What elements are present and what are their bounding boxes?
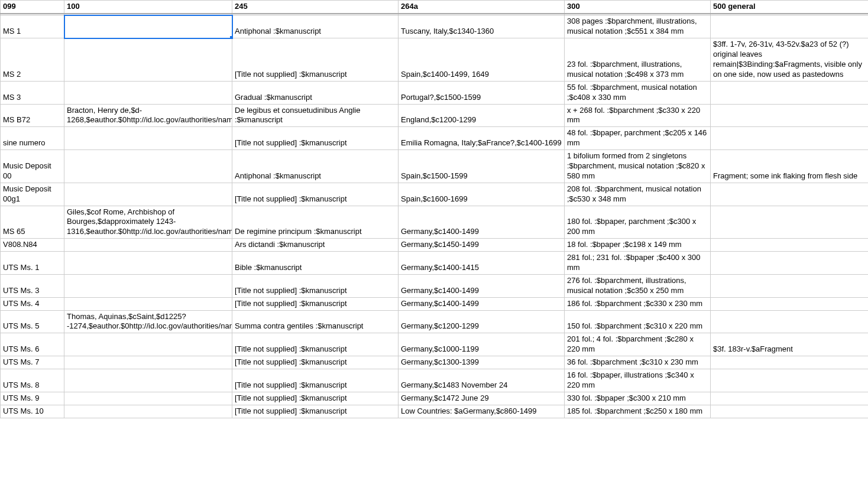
cell[interactable]: Portugal?,$c1500-1599 <box>399 81 565 104</box>
cell[interactable]: [Title not supplied] :$kmanuscript <box>232 333 399 356</box>
cell[interactable] <box>64 150 232 183</box>
cell[interactable]: 281 fol.; 231 fol. :$bpaper ;$c400 x 300… <box>565 252 711 275</box>
cell[interactable]: 23 fol. :$bparchment, illustrations, mus… <box>565 38 711 82</box>
cell[interactable] <box>64 297 232 310</box>
cell[interactable] <box>711 15 869 38</box>
col-header-099[interactable]: 099 <box>1 1 64 14</box>
cell[interactable]: MS 65 <box>1 206 64 239</box>
cell[interactable]: UTS Ms. 7 <box>1 356 64 369</box>
cell[interactable]: 330 fol. :$bpaper ;$c300 x 210 mm <box>565 392 711 405</box>
cell[interactable]: 1 bifolium formed from 2 singletons :$bp… <box>565 150 711 183</box>
cell[interactable]: MS 1 <box>1 15 64 38</box>
cell[interactable]: Germany,$c1450-1499 <box>399 239 565 252</box>
cell[interactable]: 180 fol. :$bpaper, parchment ;$c300 x 20… <box>565 206 711 239</box>
cell[interactable]: UTS Ms. 4 <box>1 297 64 310</box>
cell[interactable]: Tuscany, Italy,$c1340-1360 <box>399 15 565 38</box>
cell[interactable]: England,$c1200-1299 <box>399 104 565 127</box>
cell[interactable]: 185 fol. :$bparchment ;$c250 x 180 mm <box>565 405 711 418</box>
cell[interactable]: Spain,$c1400-1499, 1649 <box>399 38 565 82</box>
cell[interactable]: Spain,$c1500-1599 <box>399 150 565 183</box>
cell[interactable] <box>711 252 869 275</box>
cell[interactable]: Giles,$cof Rome, Archbishop of Bourges,$… <box>64 206 232 239</box>
col-header-264a[interactable]: 264a <box>399 1 565 14</box>
cell[interactable]: 208 fol. :$bparchment, musical notation … <box>565 183 711 206</box>
cell[interactable] <box>64 81 232 104</box>
cell[interactable] <box>64 369 232 392</box>
cell[interactable] <box>711 239 869 252</box>
cell[interactable]: 48 fol. :$bpaper, parchment ;$c205 x 146… <box>565 127 711 150</box>
cell[interactable]: 150 fol. :$bparchment ;$c310 x 220 mm <box>565 310 711 333</box>
cell[interactable]: Gradual :$kmanuscript <box>232 81 399 104</box>
cell[interactable]: UTS Ms. 8 <box>1 369 64 392</box>
cell[interactable]: 276 fol. :$bparchment, illustrations, mu… <box>565 274 711 297</box>
cell[interactable]: UTS Ms. 3 <box>1 274 64 297</box>
cell[interactable]: 18 fol. :$bpaper ;$c198 x 149 mm <box>565 239 711 252</box>
cell[interactable]: De regimine principum :$kmanuscript <box>232 206 399 239</box>
cell[interactable]: Music Deposit 00g1 <box>1 183 64 206</box>
cell[interactable]: Germany,$c1000-1199 <box>399 333 565 356</box>
cell[interactable]: Thomas, Aquinas,$cSaint,$d1225?-1274,$ea… <box>64 310 232 333</box>
cell[interactable]: Spain,$c1600-1699 <box>399 183 565 206</box>
cell[interactable]: [Title not supplied] :$kmanuscript <box>232 274 399 297</box>
cell[interactable]: 186 fol. :$bparchment ;$c330 x 230 mm <box>565 297 711 310</box>
cell[interactable] <box>64 405 232 418</box>
cell[interactable] <box>64 15 232 38</box>
cell[interactable] <box>711 206 869 239</box>
cell[interactable]: V808.N84 <box>1 239 64 252</box>
cell[interactable] <box>64 239 232 252</box>
cell[interactable]: Germany,$c1483 November 24 <box>399 369 565 392</box>
cell[interactable]: Germany,$c1400-1415 <box>399 252 565 275</box>
cell[interactable] <box>64 127 232 150</box>
cell[interactable]: UTS Ms. 9 <box>1 392 64 405</box>
cell[interactable] <box>711 392 869 405</box>
cell[interactable]: Antiphonal :$kmanuscript <box>232 150 399 183</box>
cell[interactable]: Summa contra gentiles :$kmanuscript <box>232 310 399 333</box>
cell[interactable]: Germany,$c1400-1499 <box>399 274 565 297</box>
cell[interactable] <box>711 369 869 392</box>
cell[interactable] <box>711 405 869 418</box>
cell[interactable]: [Title not supplied] :$kmanuscript <box>232 127 399 150</box>
cell[interactable]: Germany,$c1472 June 29 <box>399 392 565 405</box>
spreadsheet-viewport[interactable]: 099 100 245 264a 300 500 general MS 1Ant… <box>0 0 868 504</box>
cell[interactable]: 36 fol. :$bparchment ;$c310 x 230 mm <box>565 356 711 369</box>
cell[interactable]: 16 fol. :$bpaper, illustrations ;$c340 x… <box>565 369 711 392</box>
cell[interactable]: UTS Ms. 5 <box>1 310 64 333</box>
cell[interactable] <box>711 183 869 206</box>
col-header-245[interactable]: 245 <box>232 1 399 14</box>
cell[interactable]: [Title not supplied] :$kmanuscript <box>232 183 399 206</box>
cell[interactable]: [Title not supplied] :$kmanuscript <box>232 369 399 392</box>
cell[interactable] <box>64 356 232 369</box>
cell[interactable]: 55 fol. :$bparchment, musical notation ;… <box>565 81 711 104</box>
cell[interactable] <box>711 310 869 333</box>
cell[interactable]: UTS Ms. 1 <box>1 252 64 275</box>
cell[interactable]: [Title not supplied] :$kmanuscript <box>232 38 399 82</box>
cell[interactable]: Germany,$c1300-1399 <box>399 356 565 369</box>
cell[interactable]: $3f. 183r-v.$aFragment <box>711 333 869 356</box>
cell[interactable]: 308 pages :$bparchment, illustrations, m… <box>565 15 711 38</box>
cell[interactable] <box>711 297 869 310</box>
cell[interactable] <box>711 127 869 150</box>
cell[interactable] <box>711 104 869 127</box>
cell[interactable]: [Title not supplied] :$kmanuscript <box>232 392 399 405</box>
cell[interactable] <box>711 274 869 297</box>
cell[interactable] <box>64 392 232 405</box>
cell[interactable] <box>711 356 869 369</box>
cell[interactable]: UTS Ms. 10 <box>1 405 64 418</box>
cell[interactable]: Low Countries: $aGermany,$c860-1499 <box>399 405 565 418</box>
cell[interactable]: [Title not supplied] :$kmanuscript <box>232 297 399 310</box>
cell[interactable]: Antiphonal :$kmanuscript <box>232 15 399 38</box>
cell[interactable]: sine numero <box>1 127 64 150</box>
cell[interactable]: Fragment; some ink flaking from flesh si… <box>711 150 869 183</box>
cell[interactable]: Emilia Romagna, Italy;$aFrance?,$c1400-1… <box>399 127 565 150</box>
cell[interactable]: Germany,$c1400-1499 <box>399 297 565 310</box>
cell[interactable]: [Title not supplied] :$kmanuscript <box>232 405 399 418</box>
cell[interactable]: Music Deposit 00 <box>1 150 64 183</box>
cell[interactable]: Bible :$kmanuscript <box>232 252 399 275</box>
cell[interactable]: [Title not supplied] :$kmanuscript <box>232 356 399 369</box>
cell[interactable] <box>64 274 232 297</box>
cell[interactable]: MS 2 <box>1 38 64 82</box>
cell[interactable]: De legibus et consuetudinibus Anglie :$k… <box>232 104 399 127</box>
cell[interactable]: MS B72 <box>1 104 64 127</box>
cell[interactable]: UTS Ms. 6 <box>1 333 64 356</box>
col-header-500[interactable]: 500 general <box>711 1 869 14</box>
